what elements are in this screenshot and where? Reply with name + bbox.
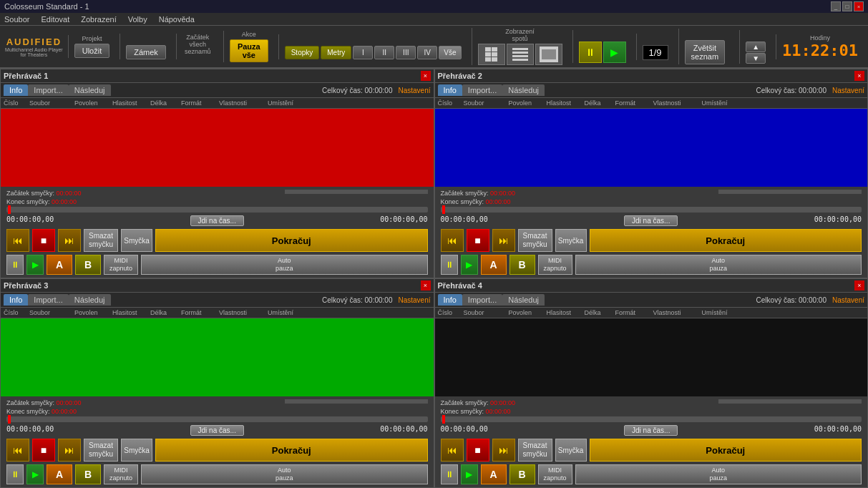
close-button[interactable]: ×	[854, 1, 864, 11]
player-1-smazat-button[interactable]: Smazat smyčku	[84, 229, 118, 252]
player-3-tab-nasleduj[interactable]: Následuj	[69, 294, 111, 306]
player-2-stop-button[interactable]: ■	[467, 229, 489, 252]
player-4-goto-button[interactable]: Jdi na čas...	[624, 425, 678, 436]
player-3-smazat-button[interactable]: Smazat smyčku	[84, 439, 118, 462]
player-4-prev-button[interactable]: ⏮	[441, 439, 464, 462]
player-3-tab-info[interactable]: Info	[4, 294, 28, 306]
player-1-midi-button[interactable]: MIDI zapnuto	[104, 255, 138, 275]
player-3-next-button[interactable]: ⏭	[58, 439, 81, 462]
player-3-smycka-button[interactable]: Smyčka	[121, 439, 152, 462]
view-vse-button[interactable]: Vše	[439, 46, 461, 59]
player-3-b-button[interactable]: B	[75, 464, 101, 484]
player-4-next-button[interactable]: ⏭	[492, 439, 515, 462]
global-play-button[interactable]: ▶	[603, 42, 626, 63]
player-1-pokracuj-button[interactable]: Pokračuj	[155, 229, 428, 252]
uloz-button[interactable]: Uložit	[74, 44, 110, 58]
metry-button[interactable]: Metry	[321, 46, 351, 59]
arrow-up-button[interactable]: ▲	[746, 42, 766, 52]
stopky-button[interactable]: Stopky	[285, 46, 320, 59]
menu-soubor[interactable]: Soubor	[4, 15, 29, 24]
player-1-play-small-button[interactable]: ▶	[26, 255, 44, 275]
spot-list-button[interactable]	[507, 44, 534, 65]
player-3-pause-small-button[interactable]: ⏸	[6, 464, 24, 484]
player-2-pokracuj-button[interactable]: Pokračuj	[590, 229, 862, 252]
view-i-button[interactable]: I	[353, 46, 373, 59]
maximize-button[interactable]: □	[842, 1, 852, 11]
player-2-tab-info[interactable]: Info	[438, 84, 462, 96]
player-4-b-button[interactable]: B	[509, 464, 535, 484]
player-4-smycka-button[interactable]: Smyčka	[555, 439, 587, 462]
player-3-nastaveni-button[interactable]: Nastavení	[398, 296, 430, 304]
player-3-auto-button[interactable]: Auto pauza	[141, 464, 428, 484]
menu-zobrazeni[interactable]: Zobrazení	[81, 15, 117, 24]
player-1-progress-track[interactable]	[6, 207, 428, 213]
pauza-vse-button[interactable]: Pauza vše	[230, 39, 268, 62]
player-3-close-button[interactable]: ×	[421, 280, 431, 291]
player-2-pause-small-button[interactable]: ⏸	[441, 255, 458, 275]
player-3-play-small-button[interactable]: ▶	[26, 464, 44, 484]
player-2-b-button[interactable]: B	[509, 255, 535, 275]
player-4-a-button[interactable]: A	[481, 464, 507, 484]
player-2-tab-nasleduj[interactable]: Následuj	[502, 84, 545, 96]
player-1-auto-button[interactable]: Auto pauza	[141, 255, 428, 275]
arrow-down-button[interactable]: ▼	[746, 53, 766, 64]
player-1-tab-import[interactable]: Import...	[28, 84, 68, 96]
player-4-tab-nasleduj[interactable]: Následuj	[502, 294, 545, 306]
view-iv-button[interactable]: IV	[417, 46, 437, 59]
menu-napoveda[interactable]: Nápověda	[159, 15, 195, 24]
player-4-pokracuj-button[interactable]: Pokračuj	[590, 439, 862, 462]
global-pause-button[interactable]: ⏸	[579, 42, 602, 63]
player-3-progress-track[interactable]	[6, 416, 428, 422]
player-1-tab-nasleduj[interactable]: Následuj	[69, 84, 111, 96]
player-4-tab-info[interactable]: Info	[438, 294, 462, 306]
player-2-play-small-button[interactable]: ▶	[461, 255, 478, 275]
player-2-nastaveni-button[interactable]: Nastavení	[832, 87, 864, 94]
player-1-smycka-button[interactable]: Smyčka	[121, 229, 152, 252]
player-1-nastaveni-button[interactable]: Nastavení	[398, 87, 430, 94]
player-2-progress-track[interactable]	[441, 207, 862, 213]
player-4-midi-button[interactable]: MIDI zapnuto	[538, 464, 572, 484]
player-4-stop-button[interactable]: ■	[467, 439, 489, 462]
view-iii-button[interactable]: III	[396, 46, 416, 59]
player-1-b-button[interactable]: B	[75, 255, 101, 275]
player-4-play-small-button[interactable]: ▶	[461, 464, 478, 484]
player-2-a-button[interactable]: A	[481, 255, 507, 275]
player-4-progress-track[interactable]	[441, 416, 862, 422]
spot-single-button[interactable]	[535, 44, 562, 65]
player-1-close-button[interactable]: ×	[421, 71, 431, 81]
zamek-button[interactable]: Zámek	[126, 45, 166, 59]
player-3-pokracuj-button[interactable]: Pokračuj	[155, 439, 428, 462]
player-2-tab-import[interactable]: Import...	[462, 84, 502, 96]
player-4-smazat-button[interactable]: Smazat smyčku	[518, 439, 552, 462]
player-1-goto-button[interactable]: Jdi na čas...	[190, 215, 244, 226]
player-4-nastaveni-button[interactable]: Nastavení	[832, 296, 864, 304]
player-3-tab-import[interactable]: Import...	[28, 294, 68, 306]
player-3-prev-button[interactable]: ⏮	[6, 439, 29, 462]
player-1-stop-button[interactable]: ■	[32, 229, 55, 252]
player-3-stop-button[interactable]: ■	[32, 439, 55, 462]
player-1-a-button[interactable]: A	[47, 255, 72, 275]
spot-grid-button[interactable]	[478, 44, 505, 65]
player-2-close-button[interactable]: ×	[854, 71, 864, 81]
player-4-close-button[interactable]: ×	[854, 280, 864, 291]
player-2-next-button[interactable]: ⏭	[492, 229, 515, 252]
player-2-auto-button[interactable]: Auto pauza	[575, 255, 862, 275]
player-3-midi-button[interactable]: MIDI zapnuto	[104, 464, 138, 484]
player-1-prev-button[interactable]: ⏮	[6, 229, 29, 252]
player-4-pause-small-button[interactable]: ⏸	[441, 464, 458, 484]
player-2-midi-button[interactable]: MIDI zapnuto	[538, 255, 572, 275]
player-4-tab-import[interactable]: Import...	[462, 294, 502, 306]
player-3-a-button[interactable]: A	[47, 464, 72, 484]
menu-editovat[interactable]: Editovat	[41, 15, 69, 24]
player-1-tab-info[interactable]: Info	[4, 84, 28, 96]
player-3-goto-button[interactable]: Jdi na čas...	[190, 425, 244, 436]
minimize-button[interactable]: _	[831, 1, 841, 11]
view-ii-button[interactable]: II	[374, 46, 394, 59]
player-2-goto-button[interactable]: Jdi na čas...	[624, 215, 678, 226]
player-1-pause-small-button[interactable]: ⏸	[6, 255, 24, 275]
player-2-smycka-button[interactable]: Smyčka	[555, 229, 587, 252]
player-1-next-button[interactable]: ⏭	[58, 229, 81, 252]
player-2-prev-button[interactable]: ⏮	[441, 229, 464, 252]
menu-volby[interactable]: Volby	[128, 15, 147, 24]
player-2-smazat-button[interactable]: Smazat smyčku	[518, 229, 552, 252]
